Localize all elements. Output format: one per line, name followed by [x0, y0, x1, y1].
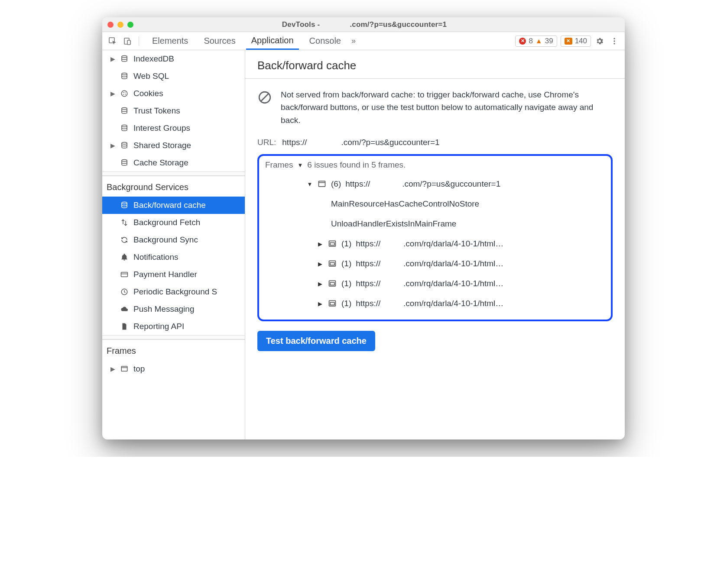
sidebar-item-bfcache[interactable]: Back/forward cache: [102, 197, 245, 214]
devtools-window: DevTools - .com/?p=us&guccounter=1 Eleme…: [102, 17, 625, 439]
iframe-icon: [328, 299, 337, 308]
frame-url: https:// .com/rq/darla/4-10-1/html…: [356, 239, 503, 249]
warning-icon: ▲: [536, 37, 542, 45]
file-icon: [120, 323, 129, 330]
svg-rect-31: [330, 303, 334, 305]
message-icon: ✕: [565, 38, 572, 45]
application-sidebar: ▶ IndexedDB Web SQL ▶ Cookies Trust Toke…: [102, 50, 245, 439]
frame-reason[interactable]: MainResourceHasCacheControlNoStore: [265, 194, 605, 214]
cloud-icon: [120, 305, 129, 313]
svg-point-17: [122, 202, 127, 204]
tab-console[interactable]: Console: [304, 32, 346, 50]
svg-rect-18: [121, 272, 128, 277]
inspect-element-icon[interactable]: [107, 35, 119, 47]
collapse-caret-icon: ▼: [297, 162, 303, 168]
frames-summary-text: 6 issues found in 5 frames.: [307, 160, 406, 170]
frame-reason[interactable]: UnloadHandlerExistsInMainFrame: [265, 214, 605, 234]
database-icon: [120, 72, 129, 80]
sidebar-item-trust-tokens[interactable]: Trust Tokens: [102, 102, 245, 120]
svg-rect-2: [127, 40, 130, 45]
sidebar-separator: [102, 171, 245, 176]
window-title: DevTools - .com/?p=us&guccounter=1: [133, 20, 595, 29]
frame-issue-count: (1): [341, 259, 351, 268]
database-icon: [120, 159, 129, 167]
message-count: 140: [575, 37, 587, 45]
frame-url: https:// .com/rq/darla/4-10-1/html…: [356, 299, 503, 308]
svg-point-5: [613, 43, 615, 44]
svg-rect-27: [330, 263, 334, 265]
sidebar-item-interest-groups[interactable]: Interest Groups: [102, 120, 245, 137]
frame-url: https:// .com/rq/darla/4-10-1/html…: [356, 279, 503, 288]
sidebar-item-push-messaging[interactable]: Push Messaging: [102, 300, 245, 318]
warning-count: 39: [545, 37, 553, 45]
svg-point-9: [123, 92, 124, 93]
url-label: URL:: [257, 138, 276, 147]
more-button[interactable]: [608, 35, 620, 47]
toolbar-separator: [139, 36, 139, 46]
expand-caret-icon: ▶: [317, 281, 323, 287]
expand-caret-icon: ▶: [317, 241, 323, 247]
svg-point-10: [125, 92, 126, 93]
sidebar-item-websql[interactable]: Web SQL: [102, 68, 245, 85]
iframe-icon: [328, 279, 337, 288]
sidebar-item-shared-storage[interactable]: ▶ Shared Storage: [102, 137, 245, 154]
frame-issue-count: (6): [331, 179, 341, 189]
settings-button[interactable]: [594, 35, 606, 47]
error-icon: ✕: [519, 38, 526, 45]
frame-row[interactable]: ▶ (1) https:// .com/rq/darla/4-10-1/html…: [265, 254, 605, 274]
credit-card-icon: [120, 271, 129, 278]
tabs-overflow-button[interactable]: »: [349, 36, 358, 45]
sidebar-item-periodic-sync[interactable]: Periodic Background S: [102, 283, 245, 300]
frames-summary-row[interactable]: Frames ▼ 6 issues found in 5 frames.: [265, 160, 605, 170]
sidebar-item-cache-storage[interactable]: Cache Storage: [102, 154, 245, 171]
url-value: https:// .com/?p=us&guccounter=1: [282, 138, 439, 147]
database-icon: [120, 142, 129, 149]
sidebar-item-frame-top[interactable]: ▶ top: [102, 360, 245, 378]
sidebar-item-label: Cache Storage: [133, 158, 188, 168]
page-title: Back/forward cache: [245, 50, 625, 79]
frame-issue-count: (1): [341, 299, 351, 308]
close-window-button[interactable]: [107, 22, 114, 28]
error-count: 8: [529, 37, 532, 45]
svg-point-11: [125, 94, 126, 94]
frame-row[interactable]: ▶ (1) https:// .com/rq/darla/4-10-1/html…: [265, 274, 605, 294]
sidebar-separator: [102, 335, 245, 339]
database-icon: [120, 201, 129, 209]
svg-rect-29: [330, 283, 334, 285]
tab-application[interactable]: Application: [246, 32, 299, 50]
frame-reason-text: UnloadHandlerExistsInMainFrame: [331, 219, 456, 229]
frame-row[interactable]: ▶ (1) https:// .com/rq/darla/4-10-1/html…: [265, 234, 605, 254]
messages-badge[interactable]: ✕ 140: [561, 36, 591, 47]
sidebar-section-background-services: Background Services: [102, 176, 245, 197]
frame-url: https:// .com/rq/darla/4-10-1/html…: [356, 259, 503, 268]
iframe-icon: [328, 239, 337, 248]
tab-sources[interactable]: Sources: [198, 32, 240, 50]
svg-point-4: [613, 40, 615, 42]
sidebar-item-notifications[interactable]: Notifications: [102, 249, 245, 266]
sidebar-item-label: IndexedDB: [133, 54, 174, 64]
sidebar-item-indexeddb[interactable]: ▶ IndexedDB: [102, 50, 245, 68]
zoom-window-button[interactable]: [127, 22, 133, 28]
tab-elements[interactable]: Elements: [147, 32, 193, 50]
frame-row-root[interactable]: ▼ (6) https:// .com/?p=us&guccounter=1: [265, 174, 605, 194]
sidebar-item-background-fetch[interactable]: Background Fetch: [102, 214, 245, 231]
bfcache-status-text: Not served from back/forward cache: to t…: [281, 88, 613, 126]
svg-point-8: [121, 90, 127, 97]
collapse-caret-icon: ▼: [307, 181, 313, 187]
expand-arrow-icon: ▶: [110, 365, 115, 372]
minimize-window-button[interactable]: [117, 22, 123, 28]
transfer-icon: [120, 219, 129, 226]
errors-warnings-badge[interactable]: ✕ 8 ▲ 39: [515, 36, 557, 47]
sidebar-item-payment-handler[interactable]: Payment Handler: [102, 266, 245, 283]
window-icon: [120, 365, 129, 373]
not-allowed-icon: [257, 90, 272, 105]
device-toggle-icon[interactable]: [121, 35, 133, 47]
sidebar-item-cookies[interactable]: ▶ Cookies: [102, 85, 245, 102]
frames-issues-box: Frames ▼ 6 issues found in 5 frames. ▼ (…: [257, 154, 613, 321]
svg-point-16: [122, 160, 127, 162]
sidebar-item-label: Background Fetch: [133, 218, 200, 227]
test-bfcache-button[interactable]: Test back/forward cache: [257, 331, 375, 351]
sidebar-item-reporting-api[interactable]: Reporting API: [102, 318, 245, 335]
sidebar-item-background-sync[interactable]: Background Sync: [102, 231, 245, 249]
frame-row[interactable]: ▶ (1) https:// .com/rq/darla/4-10-1/html…: [265, 294, 605, 313]
